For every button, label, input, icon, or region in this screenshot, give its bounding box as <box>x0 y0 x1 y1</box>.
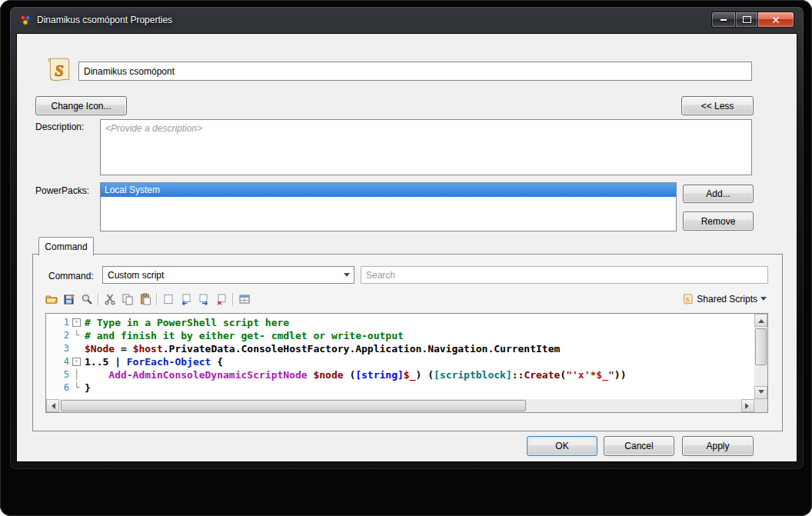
horizontal-scroll-track[interactable] <box>59 399 741 412</box>
fold-marker: └ <box>72 381 82 394</box>
fold-marker: │ <box>72 368 82 381</box>
editor-vertical-scrollbar[interactable] <box>754 314 767 399</box>
fold-marker <box>72 342 82 355</box>
script-grid-icon[interactable] <box>235 291 253 308</box>
scroll-down-button[interactable] <box>754 386 767 399</box>
maximize-icon <box>743 16 751 23</box>
add-button[interactable]: Add... <box>683 185 754 203</box>
save-icon[interactable] <box>60 291 78 308</box>
shared-scripts-icon: S <box>681 293 694 305</box>
titlebar[interactable]: Dinamikus csomópont Properties <box>10 7 804 33</box>
horizontal-scroll-thumb[interactable] <box>61 400 526 411</box>
change-icon-button[interactable]: Change Icon... <box>35 96 127 115</box>
new-script-icon[interactable] <box>159 291 177 308</box>
remove-button[interactable]: Remove <box>683 211 754 231</box>
minimize-icon <box>720 19 727 21</box>
code-line: 6└} <box>46 381 754 394</box>
command-dropdown-value: Custom script <box>108 270 164 281</box>
properties-dialog: Dinamikus csomópont Properties S <box>9 6 804 470</box>
powerpacks-list[interactable]: Local System <box>100 182 677 231</box>
description-label: Description: <box>35 122 84 132</box>
command-label: Command: <box>48 271 94 281</box>
code-text: # Type in a PowerShell script here <box>82 316 289 329</box>
maximize-button[interactable] <box>736 12 758 28</box>
code-line: 1-# Type in a PowerShell script here <box>46 316 754 329</box>
editor-toolbar <box>42 290 253 308</box>
line-number: 4 <box>46 355 72 368</box>
shared-scripts-label: Shared Scripts <box>697 294 757 305</box>
cancel-button[interactable]: Cancel <box>604 436 674 456</box>
copy-icon[interactable] <box>118 291 136 308</box>
code-lines[interactable]: 1-# Type in a PowerShell script here2└# … <box>46 314 754 399</box>
less-button[interactable]: << Less <box>681 96 754 115</box>
scroll-up-button[interactable] <box>754 314 767 327</box>
chevron-down-icon[interactable] <box>340 267 354 283</box>
tab-command[interactable]: Command <box>38 237 94 256</box>
caption-buttons <box>711 12 794 28</box>
fold-marker[interactable]: - <box>72 316 82 329</box>
close-icon <box>771 15 780 25</box>
description-input[interactable] <box>100 119 752 175</box>
script-next-icon[interactable] <box>195 291 212 308</box>
code-text: 1..5 | ForEach-Object { <box>82 355 223 368</box>
close-button[interactable] <box>758 12 794 28</box>
chevron-down-icon <box>760 297 767 304</box>
code-line: 3$Node = $host.PrivateData.ConsoleHostFa… <box>46 342 754 355</box>
script-node-icon: S <box>45 55 74 88</box>
code-line: 2└# and finish it by either get- cmdlet … <box>46 329 754 342</box>
line-number: 1 <box>46 316 72 329</box>
vertical-scroll-thumb[interactable] <box>755 328 767 365</box>
command-dropdown[interactable]: Custom script <box>102 266 354 284</box>
editor-horizontal-scrollbar[interactable] <box>46 399 754 412</box>
open-icon[interactable] <box>42 291 60 308</box>
powerpack-item[interactable]: Local System <box>101 183 676 197</box>
command-tab-panel: Command: Custom script <box>32 254 783 431</box>
paste-icon[interactable] <box>136 291 154 308</box>
minimize-button[interactable] <box>711 12 736 28</box>
cut-icon[interactable] <box>101 291 118 308</box>
code-text: Add-AdminConsoleDynamicScriptNode $node … <box>82 368 626 381</box>
line-number: 3 <box>46 342 72 355</box>
fold-marker: └ <box>72 329 82 342</box>
code-text: } <box>82 381 91 394</box>
ok-button[interactable]: OK <box>527 436 597 456</box>
node-name-input[interactable] <box>78 62 752 81</box>
find-icon[interactable] <box>78 291 95 308</box>
line-number: 2 <box>46 329 72 342</box>
window-backdrop: Dinamikus csomópont Properties S <box>0 0 812 516</box>
scrollbar-corner <box>754 399 767 412</box>
apply-button[interactable]: Apply <box>682 436 754 456</box>
code-line: 4-1..5 | ForEach-Object { <box>46 355 754 368</box>
vertical-scroll-track[interactable] <box>754 327 767 386</box>
line-number: 5 <box>46 368 72 381</box>
toolbar-separator <box>232 293 233 305</box>
line-number: 6 <box>46 381 72 394</box>
window-title: Dinamikus csomópont Properties <box>37 15 172 25</box>
powerpacks-label: PowerPacks: <box>35 185 89 196</box>
toolbar-separator <box>156 293 157 305</box>
script-prev-icon[interactable] <box>177 291 195 308</box>
code-text: # and finish it by either get- cmdlet or… <box>82 329 404 342</box>
scroll-right-button[interactable] <box>741 399 754 412</box>
shared-scripts-button[interactable]: S Shared Scripts <box>678 290 770 308</box>
fold-marker[interactable]: - <box>72 355 82 368</box>
search-input[interactable] <box>361 266 768 284</box>
script-editor[interactable]: 1-# Type in a PowerShell script here2└# … <box>45 313 768 413</box>
svg-text:S: S <box>55 62 64 80</box>
script-close-icon[interactable] <box>212 291 230 308</box>
scroll-left-button[interactable] <box>46 399 59 412</box>
svg-text:S: S <box>686 296 690 304</box>
code-text: $Node = $host.PrivateData.ConsoleHostFac… <box>82 342 560 355</box>
app-icon <box>19 14 32 26</box>
code-line: 5│ Add-AdminConsoleDynamicScriptNode $no… <box>46 368 754 381</box>
toolbar-separator <box>98 293 98 305</box>
dialog-client-area: S Change Icon... << Less Description: Po… <box>16 33 797 462</box>
